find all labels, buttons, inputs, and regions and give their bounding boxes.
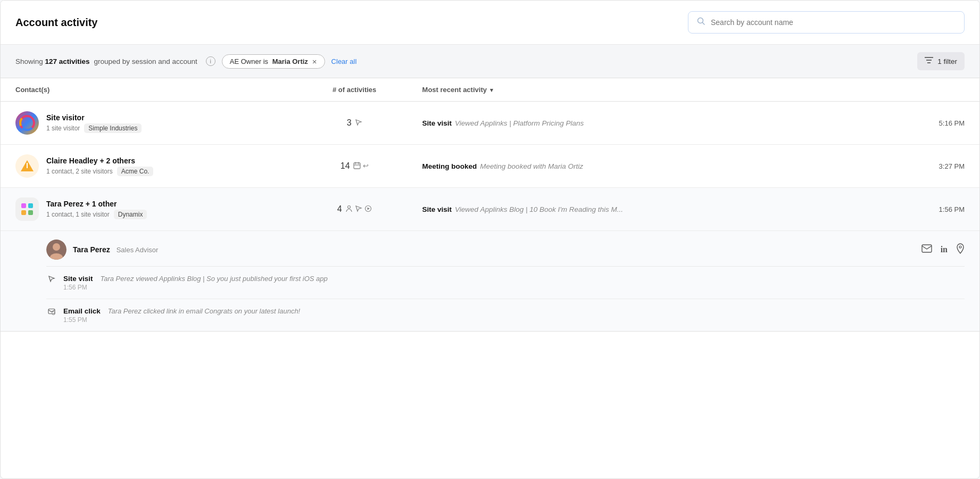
- table-row[interactable]: Claire Headley + 2 others 1 contact, 2 s…: [1, 145, 979, 188]
- activity-type: Meeting booked: [422, 162, 477, 170]
- svg-line-1: [703, 23, 705, 25]
- table-row[interactable]: Site visitor 1 site visitor Simple Indus…: [1, 102, 979, 145]
- filter-button-label: 1 filter: [937, 57, 957, 65]
- filter-chip[interactable]: AE Owner is Maria Ortiz ×: [222, 54, 325, 69]
- col-contacts: Contact(s): [15, 86, 287, 94]
- contact-info: Tara Perez + 1 other 1 contact, 1 site v…: [46, 200, 147, 219]
- showing-text: Showing 127 activities grouped by sessio…: [15, 57, 197, 65]
- expanded-activity-item: Email click Tara Perez clicked link in e…: [46, 299, 965, 331]
- activity-description: Tara Perez clicked link in email Congrat…: [108, 307, 301, 315]
- activities-cell: 4: [287, 204, 422, 214]
- filter-chip-close[interactable]: ×: [312, 57, 317, 65]
- col-time: [829, 86, 965, 94]
- expanded-contact-info: Tara Perez Sales Advisor: [73, 245, 158, 254]
- expanded-contact: Tara Perez Sales Advisor: [46, 240, 158, 260]
- cursor-icon2: [355, 205, 362, 214]
- time-cell: 3:27 PM: [829, 162, 965, 170]
- expanded-header: Tara Perez Sales Advisor in: [46, 231, 965, 267]
- activities-cell: 3: [287, 118, 422, 128]
- time-cell: 1:56 PM: [829, 205, 965, 213]
- activity-detail: Viewed Applinks | Platform Pricing Plans: [455, 119, 584, 127]
- activity-detail: Viewed Applinks Blog | 10 Book I'm Readi…: [455, 205, 623, 213]
- location-action-icon[interactable]: [956, 243, 965, 257]
- contact-name: Site visitor: [46, 113, 142, 122]
- table-row[interactable]: Tara Perez + 1 other 1 contact, 1 site v…: [1, 188, 979, 231]
- company-badge: Dynamix: [114, 210, 147, 219]
- svg-rect-26: [48, 309, 55, 314]
- contact-name: Claire Headley + 2 others: [46, 156, 153, 165]
- filter-chip-label: AE Owner is Maria Ortiz: [230, 57, 308, 65]
- linkedin-action-icon[interactable]: in: [941, 245, 948, 254]
- col-activities[interactable]: # of activities: [287, 86, 422, 94]
- clear-all-button[interactable]: Clear all: [331, 57, 357, 65]
- expanded-activity-item: Site visit Tara Perez viewed Applinks Bl…: [46, 267, 965, 299]
- expanded-section: Tara Perez Sales Advisor in: [1, 231, 979, 332]
- contact-cell: Claire Headley + 2 others 1 contact, 2 s…: [15, 154, 287, 178]
- activities-cell: 14 ↩: [287, 161, 422, 171]
- calendar-icon: [353, 162, 361, 171]
- sort-arrow-icon: ▾: [490, 87, 493, 93]
- svg-point-22: [53, 243, 60, 251]
- activity-type: Site visit: [422, 205, 452, 213]
- email-action-icon[interactable]: [921, 244, 932, 255]
- activity-icons: [345, 205, 372, 214]
- activity-time: 1:55 PM: [63, 316, 300, 324]
- activity-count: 14: [340, 161, 350, 171]
- search-icon: [697, 17, 705, 28]
- activity-type: Site visit: [422, 119, 452, 127]
- expanded-avatar: [46, 240, 67, 260]
- recent-activity-cell: Meeting booked Meeting booked with Maria…: [422, 162, 829, 170]
- company-badge: Simple Industries: [84, 123, 142, 133]
- expanded-activity-content: Site visit Tara Perez viewed Applinks Bl…: [63, 274, 328, 291]
- cursor-icon: [355, 119, 362, 128]
- filter-icon: [925, 56, 933, 66]
- chat-icon: ↩: [363, 162, 369, 171]
- contact-cell: Site visitor 1 site visitor Simple Indus…: [15, 111, 287, 135]
- email-click-icon: [46, 308, 57, 317]
- search-input[interactable]: [711, 18, 956, 27]
- svg-rect-10: [354, 163, 360, 169]
- activity-type-label: Email click: [63, 307, 101, 315]
- activity-count: 4: [337, 204, 342, 214]
- filter-button[interactable]: 1 filter: [917, 52, 965, 70]
- contact-info: Site visitor 1 site visitor Simple Indus…: [46, 113, 142, 133]
- activity-icons: [355, 119, 362, 128]
- svg-point-25: [959, 246, 961, 248]
- activity-count: 3: [347, 118, 352, 128]
- expanded-activity-line: Site visit Tara Perez viewed Applinks Bl…: [63, 274, 328, 283]
- time-cell: 5:16 PM: [829, 119, 965, 127]
- contact-cell: Tara Perez + 1 other 1 contact, 1 site v…: [15, 197, 287, 221]
- activity-icons: ↩: [353, 162, 369, 171]
- svg-rect-14: [21, 203, 26, 208]
- info-icon[interactable]: i: [206, 56, 215, 66]
- col-recent-activity[interactable]: Most recent activity ▾: [422, 86, 829, 94]
- svg-rect-15: [28, 203, 33, 208]
- contact-info: Claire Headley + 2 others 1 contact, 2 s…: [46, 156, 153, 176]
- contact-meta: 1 site visitor Simple Industries: [46, 123, 142, 133]
- activity-description: Tara Perez viewed Applinks Blog | So you…: [100, 275, 327, 283]
- page-title: Account activity: [15, 16, 97, 29]
- svg-rect-16: [21, 210, 26, 215]
- avatar: [15, 111, 39, 135]
- svg-rect-24: [922, 245, 932, 252]
- avatar: [15, 154, 39, 178]
- company-badge: Acme Co.: [117, 167, 154, 176]
- expanded-activity-content: Email click Tara Perez clicked link in e…: [63, 307, 300, 324]
- activity-detail: Meeting booked with Maria Ortiz: [480, 162, 583, 170]
- expanded-activity-line: Email click Tara Perez clicked link in e…: [63, 307, 300, 315]
- site-visit-icon: [46, 275, 57, 285]
- recent-activity-cell: Site visit Viewed Applinks Blog | 10 Boo…: [422, 205, 829, 213]
- activity-type-label: Site visit: [63, 275, 93, 283]
- svg-rect-17: [28, 210, 33, 215]
- table-header: Contact(s) # of activities Most recent a…: [1, 78, 979, 102]
- filter-bar: Showing 127 activities grouped by sessio…: [1, 45, 979, 78]
- search-box[interactable]: [688, 11, 965, 34]
- activity-time: 1:56 PM: [63, 284, 328, 291]
- contact-name: Tara Perez + 1 other: [46, 200, 147, 208]
- svg-marker-20: [367, 207, 370, 210]
- recent-activity-cell: Site visit Viewed Applinks | Platform Pr…: [422, 119, 829, 127]
- filter-left: Showing 127 activities grouped by sessio…: [15, 54, 356, 69]
- contact-meta: 1 contact, 1 site visitor Dynamix: [46, 210, 147, 219]
- contact-meta: 1 contact, 2 site visitors Acme Co.: [46, 167, 153, 176]
- table: Contact(s) # of activities Most recent a…: [1, 78, 979, 332]
